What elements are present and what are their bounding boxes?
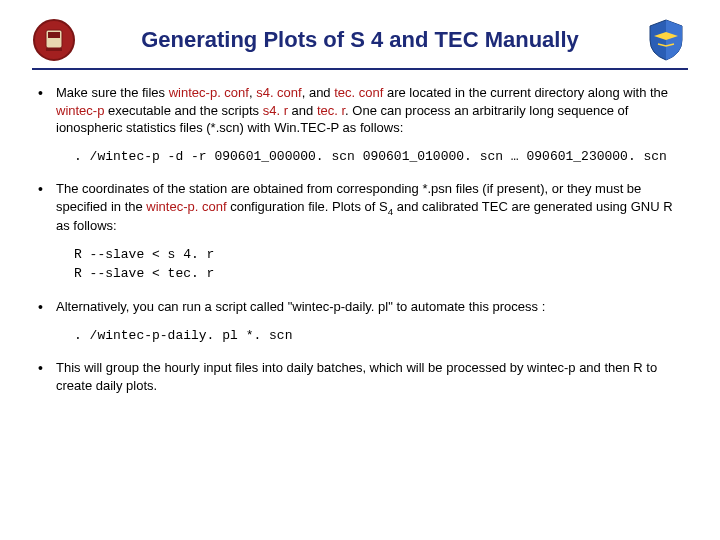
page-title: Generating Plots of S 4 and TEC Manually [76,27,644,53]
svg-rect-2 [48,32,60,38]
slide: Generating Plots of S 4 and TEC Manually… [0,0,720,540]
logo-right-icon [644,18,688,62]
b2-code: R --slave < s 4. r R --slave < tec. r [74,245,688,284]
b1-f5: s4. r [263,103,288,118]
b1-f6: tec. r [317,103,345,118]
b1-f4: wintec-p [56,103,104,118]
b1-pre1: Make sure the files [56,85,169,100]
b1-f3: tec. conf [334,85,383,100]
b4-text: This will group the hourly input files i… [56,360,657,393]
logo-left-icon [32,18,76,62]
bullet-1: Make sure the files wintec-p. conf, s4. … [32,84,688,166]
b1-code: . /wintec-p -d -r 090601_000000. scn 090… [74,147,688,167]
b1-text: Make sure the files wintec-p. conf, s4. … [56,85,668,135]
bullet-2: The coordinates of the station are obtai… [32,180,688,284]
b1-f2: s4. conf [256,85,302,100]
b3-code: . /wintec-p-daily. pl *. scn [74,326,688,346]
title-rule [32,68,688,70]
b1-post1: are located in the current directory alo… [383,85,668,100]
b2-post1: configuration file. Plots of S [227,199,388,214]
header: Generating Plots of S 4 and TEC Manually [32,18,688,62]
bullet-3: Alternatively, you can run a script call… [32,298,688,345]
b1-sep2: , and [302,85,335,100]
bullet-4: This will group the hourly input files i… [32,359,688,394]
b3-text: Alternatively, you can run a script call… [56,299,545,314]
bullet-list: Make sure the files wintec-p. conf, s4. … [32,84,688,394]
b1-f1: wintec-p. conf [169,85,249,100]
b1-sep3: and [288,103,317,118]
b2-text: The coordinates of the station are obtai… [56,181,673,233]
slide-body: Make sure the files wintec-p. conf, s4. … [32,84,688,394]
b2-f1: wintec-p. conf [146,199,226,214]
b1-post2: executable and the scripts [104,103,262,118]
svg-rect-3 [46,48,62,51]
